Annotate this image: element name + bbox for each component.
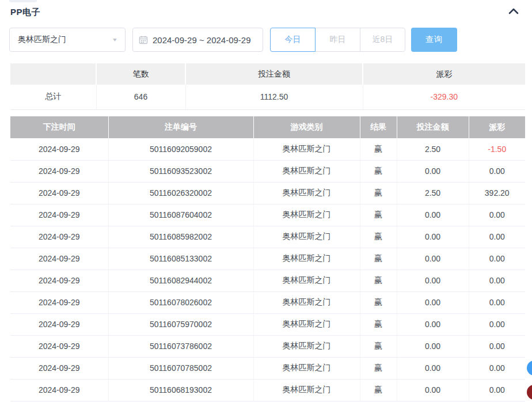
cell-bet-amount: 0.00: [397, 248, 469, 270]
cell-bet-amount: 2.50: [397, 138, 469, 160]
cell-bet-time: 2024-09-29: [10, 248, 108, 270]
cell-payout: 0.00: [469, 291, 525, 313]
cell-result: 赢: [360, 204, 397, 226]
cell-bet-id: 50116082944002: [108, 270, 253, 291]
cell-result: 赢: [360, 291, 397, 313]
cell-bet-id: 50116026320002: [108, 182, 253, 204]
cell-game-category: 奥林匹斯之门: [253, 182, 360, 204]
summary-total-label: 总计: [10, 85, 96, 109]
cell-bet-id: 50116093523002: [108, 160, 253, 182]
records-col-bet-amount: 投注金额: [397, 116, 469, 138]
filter-bar: 奥林匹斯之门 ▼ 2024-09-29 ~ 2024-09-29: [9, 28, 457, 52]
cell-payout: 0.00: [469, 357, 525, 379]
cell-payout: 0.00: [469, 204, 525, 226]
cell-bet-time: 2024-09-29: [10, 335, 108, 357]
cell-game-category: 奥林匹斯之门: [253, 357, 360, 379]
pp-dianzi-panel: PP电子 奥林匹斯之门 ▼: [0, 0, 532, 402]
cell-bet-time: 2024-09-29: [10, 138, 108, 160]
cell-payout: 392.20: [469, 182, 525, 204]
cell-game-category: 奥林匹斯之门: [253, 313, 360, 335]
cell-bet-id: 50116070785002: [108, 357, 253, 379]
panel-header: PP电子: [10, 5, 522, 20]
cell-bet-time: 2024-09-29: [10, 270, 108, 291]
cell-payout: 0.00: [469, 379, 525, 401]
summary-header-row: 笔数 投注金额 派彩: [10, 63, 525, 85]
cell-result: 赢: [360, 335, 397, 357]
cell-bet-amount: 0.00: [397, 226, 469, 248]
cell-bet-time: 2024-09-29: [10, 379, 108, 401]
cell-bet-time: 2024-09-29: [10, 204, 108, 226]
cell-bet-time: 2024-09-29: [10, 226, 108, 248]
cell-bet-time: 2024-09-29: [10, 357, 108, 379]
cell-result: 赢: [360, 270, 397, 291]
last-8-days-button[interactable]: 近8日: [360, 28, 405, 52]
cell-bet-id: 50116087604002: [108, 204, 253, 226]
cell-game-category: 奥林匹斯之门: [253, 270, 360, 291]
cell-result: 赢: [360, 313, 397, 335]
cell-result: 赢: [360, 160, 397, 182]
summary-count-value: 646: [96, 85, 185, 109]
yesterday-button[interactable]: 昨日: [315, 28, 360, 52]
summary-bet-amount-value: 1112.50: [185, 85, 363, 109]
top-edge-fragment: [9, 0, 37, 2]
cell-bet-amount: 0.00: [397, 313, 469, 335]
cell-result: 赢: [360, 248, 397, 270]
table-row: 2024-09-2950116082944002奥林匹斯之门赢0.000.00: [10, 270, 525, 291]
game-select[interactable]: 奥林匹斯之门 ▼: [9, 28, 126, 52]
date-range-value: 2024-09-29 ~ 2024-09-29: [153, 35, 251, 45]
cell-bet-amount: 0.00: [397, 379, 469, 401]
summary-table: 笔数 投注金额 派彩 总计 646 1112.50 -329.30: [10, 63, 525, 110]
cell-bet-time: 2024-09-29: [10, 291, 108, 313]
cell-game-category: 奥林匹斯之门: [253, 160, 360, 182]
records-header-row: 下注时间注单编号游戏类别结果投注金额派彩: [10, 116, 525, 138]
game-select-value: 奥林匹斯之门: [18, 35, 66, 45]
table-row: 2024-09-2950116092059002奥林匹斯之门赢2.50-1.50: [10, 138, 525, 160]
table-row: 2024-09-2950116075970002奥林匹斯之门赢0.000.00: [10, 313, 525, 335]
today-button[interactable]: 今日: [270, 28, 316, 52]
search-button[interactable]: 查询: [411, 28, 457, 52]
date-range-input[interactable]: 2024-09-29 ~ 2024-09-29: [132, 28, 263, 52]
cell-game-category: 奥林匹斯之门: [253, 204, 360, 226]
table-row: 2024-09-2950116078026002奥林匹斯之门赢0.000.00: [10, 291, 525, 313]
cell-game-category: 奥林匹斯之门: [253, 248, 360, 270]
cell-bet-amount: 0.00: [397, 291, 469, 313]
summary-total-row: 总计 646 1112.50 -329.30: [10, 85, 525, 109]
summary-col-payout: 派彩: [363, 63, 525, 85]
cell-game-category: 奥林匹斯之门: [253, 138, 360, 160]
cell-game-category: 奥林匹斯之门: [253, 291, 360, 313]
cell-bet-id: 50116073786002: [108, 335, 253, 357]
cell-bet-time: 2024-09-29: [10, 182, 108, 204]
summary-col-bet-amount: 投注金额: [185, 63, 363, 85]
cell-payout: 0.00: [469, 248, 525, 270]
records-col-bet-id: 注单编号: [108, 116, 253, 138]
records-table: 下注时间注单编号游戏类别结果投注金额派彩 2024-09-29501160920…: [10, 116, 525, 401]
cell-bet-id: 50116068193002: [108, 379, 253, 401]
cell-bet-amount: 0.00: [397, 270, 469, 291]
cell-result: 赢: [360, 379, 397, 401]
cell-payout: 0.00: [469, 313, 525, 335]
summary-col-count: 笔数: [96, 63, 185, 85]
cell-bet-amount: 2.50: [397, 182, 469, 204]
table-row: 2024-09-2950116070785002奥林匹斯之门赢0.000.00: [10, 357, 525, 379]
cell-bet-id: 50116078026002: [108, 291, 253, 313]
cell-bet-time: 2024-09-29: [10, 160, 108, 182]
cell-bet-amount: 0.00: [397, 204, 469, 226]
cell-bet-id: 50116092059002: [108, 138, 253, 160]
table-row: 2024-09-2950116073786002奥林匹斯之门赢0.000.00: [10, 335, 525, 357]
summary-col-empty: [10, 63, 96, 85]
cell-result: 赢: [360, 138, 397, 160]
table-row: 2024-09-2950116026320002奥林匹斯之门赢2.50392.2…: [10, 182, 525, 204]
cell-payout: 0.00: [469, 226, 525, 248]
cell-bet-amount: 0.00: [397, 335, 469, 357]
records-col-bet-time: 下注时间: [10, 116, 108, 138]
table-row: 2024-09-2950116087604002奥林匹斯之门赢0.000.00: [10, 204, 525, 226]
cell-bet-id: 50116085133002: [108, 248, 253, 270]
cell-bet-id: 50116075970002: [108, 313, 253, 335]
records-col-result: 结果: [360, 116, 397, 138]
collapse-panel-button[interactable]: [508, 7, 522, 17]
cell-payout: 0.00: [469, 270, 525, 291]
cell-game-category: 奥林匹斯之门: [253, 379, 360, 401]
chevron-up-icon: [508, 7, 519, 17]
records-col-game-category: 游戏类别: [253, 116, 360, 138]
cell-bet-amount: 0.00: [397, 357, 469, 379]
